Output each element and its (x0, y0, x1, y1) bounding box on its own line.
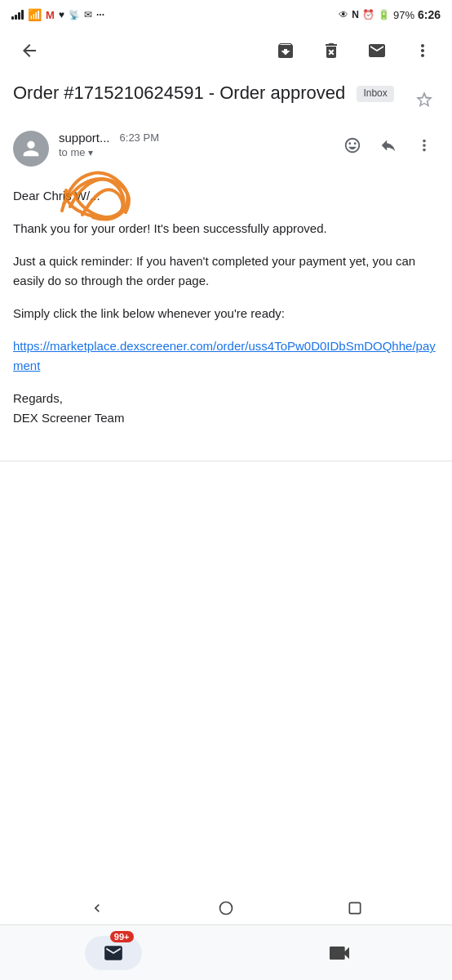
chevron-down-icon: ▾ (88, 147, 93, 158)
sender-name: support... (59, 131, 110, 145)
greeting-paragraph: Dear Chris W/... (13, 186, 439, 206)
sender-info: support... 6:23 PM to me ▾ (59, 131, 328, 158)
video-button[interactable] (226, 940, 452, 966)
mail-fab-container: 99+ (0, 936, 226, 970)
closing-paragraph: Regards, DEX Screener Team (13, 389, 439, 428)
email-subject: Order #1715210624591 - Order approved In… (13, 82, 410, 105)
email-more-button[interactable] (410, 131, 439, 160)
avatar-icon (20, 137, 42, 160)
android-navigation (0, 892, 452, 924)
reply-button[interactable] (374, 131, 403, 160)
delete-button[interactable] (315, 34, 348, 67)
email-title-section: Order #1715210624591 - Order approved In… (0, 75, 452, 124)
clock: 6:26 (418, 8, 441, 21)
wifi-icon: 📶 (28, 8, 42, 21)
reply-icon (379, 136, 397, 154)
android-home-button[interactable] (214, 896, 238, 920)
payment-link-paragraph: https://marketplace.dexscreener.com/orde… (13, 336, 439, 376)
archive-icon (276, 41, 295, 60)
avatar (13, 131, 49, 167)
mail-icon (103, 942, 124, 964)
gmail-icon: M (46, 9, 55, 21)
to-me-text: to me (59, 146, 86, 158)
archive-button[interactable] (269, 34, 302, 67)
bottom-divider (0, 461, 452, 461)
back-button[interactable] (13, 34, 46, 67)
android-recents-button[interactable] (343, 896, 367, 920)
greeting-text: Dear Chris W/... (13, 186, 100, 206)
android-back-button[interactable] (85, 896, 109, 920)
email-more-icon (415, 136, 433, 154)
paragraph-3: Simply click the link below whenever you… (13, 304, 439, 323)
payment-link[interactable]: https://marketplace.dexscreener.com/orde… (13, 339, 436, 372)
paragraph-1: Thank you for your order! It's been succ… (13, 219, 439, 238)
battery-percent: 97% (393, 9, 414, 21)
svg-point-0 (220, 902, 233, 915)
mail-badge: 99+ (110, 931, 134, 942)
status-bar: 📶 M ♥ 📡 ✉ ··· 👁 N ⏰ 🔋 97% 6:26 (0, 0, 452, 26)
eye-icon: 👁 (339, 9, 348, 20)
sender-row: support... 6:23 PM to me ▾ (0, 124, 452, 173)
n-icon: N (352, 9, 359, 20)
signal-icon (11, 10, 24, 20)
message-icon: ✉ (84, 9, 92, 20)
more-status-icon: ··· (96, 9, 104, 20)
video-icon (326, 940, 352, 966)
emoji-icon (343, 136, 361, 154)
inbox-badge: Inbox (357, 86, 393, 102)
health-icon: ♥ (59, 9, 64, 20)
star-button[interactable] (410, 85, 439, 114)
emoji-button[interactable] (338, 131, 367, 160)
nfc-icon: 📡 (69, 10, 80, 20)
move-icon (367, 41, 387, 60)
back-icon (20, 41, 39, 60)
more-options-button[interactable] (406, 34, 439, 67)
mail-fab[interactable]: 99+ (85, 936, 142, 970)
svg-rect-1 (349, 902, 360, 913)
sender-actions (338, 131, 439, 160)
status-right: 👁 N ⏰ 🔋 97% 6:26 (339, 8, 441, 21)
move-to-button[interactable] (361, 34, 393, 67)
top-navigation (0, 26, 452, 75)
battery-icon: 🔋 (378, 9, 390, 20)
email-time: 6:23 PM (120, 131, 159, 144)
android-back-icon (89, 900, 105, 916)
android-recents-icon (347, 900, 363, 916)
delete-icon (321, 41, 341, 60)
email-body: Dear Chris W/... Thank you for your orde… (0, 173, 452, 461)
more-vertical-icon (413, 41, 432, 60)
status-left: 📶 M ♥ 📡 ✉ ··· (11, 8, 104, 21)
paragraph-2: Just a quick reminder: If you haven't co… (13, 252, 439, 291)
to-me-row[interactable]: to me ▾ (59, 146, 328, 158)
alarm-icon: ⏰ (362, 9, 374, 20)
sender-name-row: support... 6:23 PM (59, 131, 328, 145)
android-home-icon (218, 900, 234, 916)
star-icon (414, 90, 434, 109)
bottom-bar: 99+ (0, 924, 452, 980)
